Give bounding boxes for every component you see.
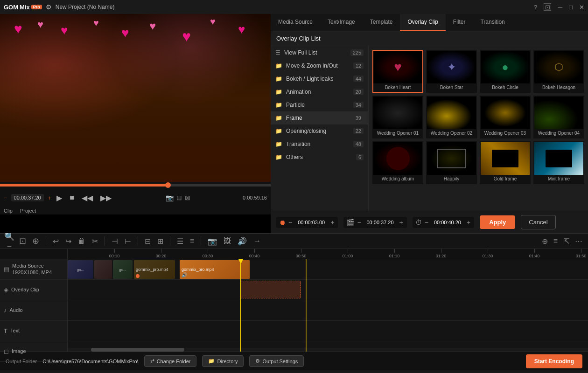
stop-button[interactable]: ■ [68,193,76,203]
split-left-button[interactable]: ⊣ [110,236,120,247]
zoom-in-button[interactable]: ⊕ [30,235,41,247]
screenshot-button[interactable]: 📷 [206,236,219,247]
close-button[interactable]: ✕ [579,4,584,11]
clip-wedding-album[interactable]: Wedding album [372,141,423,184]
category-bokeh[interactable]: 📁 Bokeh / Light leaks 44 [271,72,368,85]
split-right-button[interactable]: ⊢ [123,236,133,247]
frame-button[interactable]: 🖼 [222,236,233,246]
forward-button[interactable]: → [252,236,263,246]
contract-button[interactable]: ⊟ [143,236,153,247]
clip-happily[interactable]: Happily [426,141,477,184]
category-animation[interactable]: 📁 Animation 20 [271,85,368,98]
pro-badge: Pro [31,5,42,9]
zoom-out-button[interactable]: 🔍− [4,235,15,247]
time3-minus[interactable]: − [424,219,429,226]
grid-button[interactable]: ☰ [175,236,185,247]
clip-bokeh-heart[interactable]: ♥ Bokeh Heart [372,50,423,93]
camera-icon[interactable]: 📷 [166,194,174,201]
tl-clip-3[interactable]: go... [113,260,133,279]
play-button[interactable]: ▶ [55,193,64,203]
tracks-area[interactable]: 00:10 00:20 00:30 00:40 00:50 01:00 01:1… [68,249,588,352]
help-icon[interactable]: ? [534,4,537,11]
category-full-list[interactable]: ☰ View Full List 225 [271,46,368,59]
expand-button[interactable]: ⊞ [155,236,165,247]
more-button[interactable]: ⋯ [573,236,584,247]
tl-clip-1[interactable]: go... [68,260,93,279]
category-others[interactable]: 📁 Others 6 [271,151,368,164]
time3-plus[interactable]: + [466,219,471,226]
ruler-00-40: 00:40 [254,249,265,259]
time2-plus[interactable]: + [399,219,404,226]
tl-clip-5[interactable]: gommix_pro.mp4 🔊 [180,260,250,279]
zoom-controls: 🔍− ⊡ ⊕ [4,235,41,247]
tl-clip-2[interactable] [94,260,112,279]
time2-minus[interactable]: − [356,219,362,226]
cut-button[interactable]: ✂ [90,236,100,247]
overlay-clip-placeholder[interactable] [240,281,301,298]
clip-gold-frame[interactable]: Gold frame [480,141,531,184]
h-scrollbar-thumb[interactable] [91,348,184,352]
tab-media-source[interactable]: Media Source [271,14,320,31]
tracks-wrapper: 00:10 00:20 00:30 00:40 00:50 01:00 01:1… [68,249,588,352]
category-particle[interactable]: 📁 Particle 34 [271,98,368,111]
minimize-button[interactable]: ─ [558,3,562,11]
seekbar-thumb[interactable] [165,182,171,188]
timeline-content: ▤ Media Source 1920X1080, MP4 ◈ Overlay … [0,249,588,352]
detach-button[interactable]: ⇱ [561,236,571,247]
tab-transition[interactable]: Transition [473,14,512,31]
output-settings-button[interactable]: ⚙ Output Settings [249,355,304,367]
delete-button[interactable]: 🗑 [76,236,87,246]
clip-wedding03[interactable]: Wedding Opener 03 [480,96,531,138]
tl-clip-4[interactable]: gommix_pro.mp4 [134,260,175,279]
split-icon[interactable]: ⊟ [176,194,182,201]
trim-icon[interactable]: ⊠ [185,194,190,201]
clip-mint-frame[interactable]: Mint frame [533,141,584,184]
clip-wedding01[interactable]: Wedding Opener 01 [372,96,423,138]
redo-button[interactable]: ↪ [63,236,73,247]
apply-button[interactable]: Apply [480,215,515,229]
window-icon[interactable]: ⊡ [544,3,551,11]
undo-button[interactable]: ↩ [51,236,61,247]
list-button[interactable]: ≡ [188,236,196,246]
window-controls: ? ⊡ ─ □ ✕ [534,3,584,11]
tab-filter[interactable]: Filter [446,14,473,31]
tab-overlay-clip[interactable]: Overlay Clip [400,14,445,31]
start-encoding-button[interactable]: Start Encoding [526,354,582,368]
time1-minus[interactable]: − [287,219,293,226]
change-folder-button[interactable]: ⇄ Change Folder [144,355,197,367]
clip-bokeh-star[interactable]: ✦ Bokeh Star [426,50,477,93]
settings-icon[interactable]: ⚙ [46,3,52,11]
clip-wedding04[interactable]: Wedding Opener 04 [533,96,584,138]
menu-button[interactable]: ≡ [552,236,560,247]
clip-bokeh-circle[interactable]: ● Bokeh Circle [480,50,531,93]
tab-template[interactable]: Template [363,14,400,31]
clip-tab[interactable]: Clip [4,208,13,214]
category-opening[interactable]: 📁 Opening/closing 22 [271,124,368,138]
clip-bokeh-hex[interactable]: ⬡ Bokeh Hexagon [533,50,584,93]
audio-button[interactable]: 🔊 [236,236,249,247]
next-frame-button[interactable]: ▶▶ [98,193,113,203]
plus-icon[interactable]: + [48,194,51,201]
seekbar[interactable] [0,184,271,186]
project-tab[interactable]: Project [20,208,36,214]
category-transition[interactable]: 📁 Transition 48 [271,138,368,151]
maximize-button[interactable]: □ [569,4,573,11]
playhead[interactable] [240,259,241,352]
h-scrollbar[interactable] [68,348,588,352]
directory-button[interactable]: 📁 Directory [202,355,244,367]
clip-wedding03-label: Wedding Opener 03 [481,129,530,138]
category-move-zoom[interactable]: 📁 Move & Zoom In/Out 12 [271,59,368,72]
clip-wedding02[interactable]: Wedding Opener 02 [426,96,477,138]
prev-frame-button[interactable]: ◀◀ [80,193,95,203]
import-button[interactable]: ⊕ [540,236,550,247]
category-frame[interactable]: 📁 Frame 39 [271,111,368,124]
cancel-button[interactable]: Cancel [521,215,555,229]
track-overlay-clip [68,280,588,300]
track-audio [68,300,588,321]
time1-plus[interactable]: + [329,219,335,226]
tab-text-image[interactable]: Text/Image [320,14,363,31]
time3-icon: ⏱ [415,219,422,226]
zoom-fit-button[interactable]: ⊡ [17,235,28,247]
time-ctrl-3: ⏱ − 00:00:40.20 + [413,217,474,228]
minus-icon[interactable]: − [4,194,7,201]
